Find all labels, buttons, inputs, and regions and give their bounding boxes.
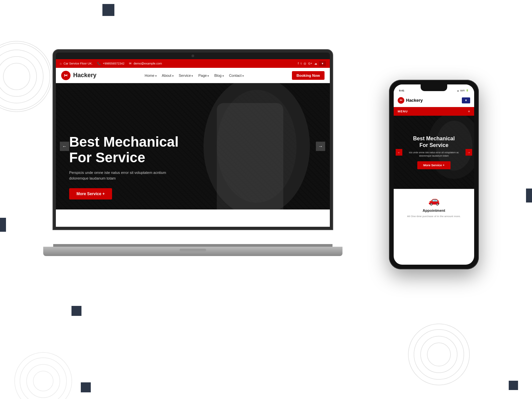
hero-description: Perspicis unde omne iste natus error sit… bbox=[69, 170, 317, 182]
laptop-device: ⌂ Car Service Floor UK. 📞 +998556572342 … bbox=[53, 50, 339, 256]
laptop-base bbox=[43, 247, 342, 256]
nav-links: Home About Service Page Blog Contact bbox=[145, 73, 244, 77]
phone-nav-dropdown[interactable]: ▼ bbox=[462, 97, 470, 103]
phone-hero-description: icis unde omne iste natus error sit volu… bbox=[402, 151, 466, 158]
phone-notch bbox=[421, 84, 447, 91]
phone-logo: ✂ Hackery bbox=[398, 97, 423, 104]
phone-service-title: Appointment bbox=[423, 208, 445, 212]
nav-home[interactable]: Home bbox=[145, 73, 157, 77]
topbar-address: ⌂ Car Service Floor UK. bbox=[60, 62, 92, 65]
phone-navbar: ✂ Hackery ▼ bbox=[394, 94, 474, 107]
phone-hero: ← → Best Mechanical For Service icis und… bbox=[394, 116, 474, 189]
phone-hamburger-icon[interactable]: ≡ bbox=[468, 110, 470, 113]
phone-menu-bar: MENU ≡ bbox=[394, 107, 474, 116]
laptop-notch bbox=[180, 249, 206, 251]
logo-text: Hackery bbox=[73, 72, 96, 79]
site-topbar: ⌂ Car Service Floor UK. 📞 +998556572342 … bbox=[56, 59, 330, 68]
hero-title: Best Mechanical For Service bbox=[69, 134, 317, 165]
phone-menu-label: MENU bbox=[398, 110, 408, 113]
phone-status-icons: ▲WiFi🔋 bbox=[457, 89, 469, 92]
hero-next-button[interactable]: → bbox=[316, 142, 325, 151]
hero-prev-button[interactable]: ← bbox=[60, 142, 69, 151]
phone-logo-icon: ✂ bbox=[398, 97, 404, 104]
phone-hero-cta-button[interactable]: More Service + bbox=[417, 161, 451, 169]
laptop-camera bbox=[192, 55, 194, 57]
phone-service-section: 🚗 Appointment All One-time purchase of i… bbox=[394, 190, 474, 223]
phone-service-description: All One-time purchase of in the amount m… bbox=[407, 214, 461, 218]
nav-service[interactable]: Service bbox=[179, 73, 193, 77]
phone-hero-title: Best Mechanical For Service bbox=[413, 135, 455, 148]
logo-icon: ✂ bbox=[61, 71, 70, 80]
topbar-dropdown-btn[interactable]: ▼ bbox=[319, 61, 326, 66]
laptop-navbar: ✂ Hackery Home About Service Page Blog C… bbox=[56, 68, 330, 83]
hero-cta-button[interactable]: More Service + bbox=[69, 188, 112, 200]
laptop-hero: ← → Best Mechanical For Service Perspici… bbox=[56, 83, 330, 209]
nav-blog[interactable]: Blog bbox=[214, 73, 223, 77]
car-icon: 🚗 bbox=[428, 195, 440, 206]
booking-button[interactable]: Booking Now bbox=[292, 71, 325, 80]
site-logo: ✂ Hackery bbox=[61, 71, 96, 80]
phone-time: 9:41 bbox=[399, 89, 404, 92]
topbar-phone: 📞 +998556572342 bbox=[97, 62, 124, 65]
nav-about[interactable]: About bbox=[162, 73, 174, 77]
phone-next-button[interactable]: → bbox=[466, 149, 472, 156]
phone-device: 9:41 ▲WiFi🔋 ✂ Hackery ▼ bbox=[389, 80, 479, 269]
phone-logo-text: Hackery bbox=[406, 98, 423, 103]
phone-prev-button[interactable]: ← bbox=[396, 149, 402, 156]
nav-contact[interactable]: Contact bbox=[229, 73, 244, 77]
topbar-email: ✉ demo@example.com bbox=[129, 62, 162, 65]
nav-page[interactable]: Page bbox=[198, 73, 209, 77]
